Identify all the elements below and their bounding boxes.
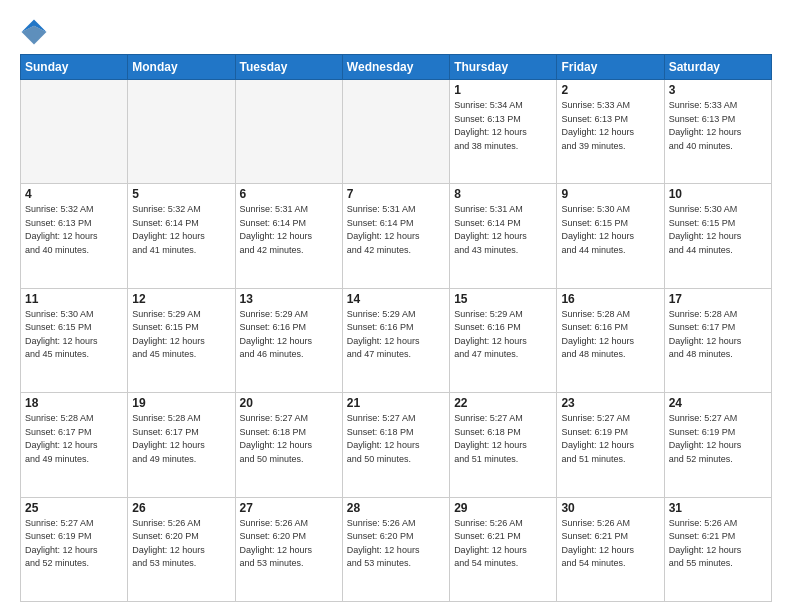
day-info: Sunrise: 5:31 AM Sunset: 6:14 PM Dayligh…: [240, 203, 338, 257]
calendar-cell: 19Sunrise: 5:28 AM Sunset: 6:17 PM Dayli…: [128, 393, 235, 497]
day-info: Sunrise: 5:33 AM Sunset: 6:13 PM Dayligh…: [561, 99, 659, 153]
day-number: 26: [132, 501, 230, 515]
day-number: 18: [25, 396, 123, 410]
day-info: Sunrise: 5:27 AM Sunset: 6:18 PM Dayligh…: [347, 412, 445, 466]
calendar-cell: 6Sunrise: 5:31 AM Sunset: 6:14 PM Daylig…: [235, 184, 342, 288]
day-info: Sunrise: 5:30 AM Sunset: 6:15 PM Dayligh…: [561, 203, 659, 257]
logo-icon: [20, 18, 48, 46]
day-info: Sunrise: 5:27 AM Sunset: 6:19 PM Dayligh…: [25, 517, 123, 571]
calendar-cell: 27Sunrise: 5:26 AM Sunset: 6:20 PM Dayli…: [235, 497, 342, 601]
day-info: Sunrise: 5:33 AM Sunset: 6:13 PM Dayligh…: [669, 99, 767, 153]
calendar-cell: 22Sunrise: 5:27 AM Sunset: 6:18 PM Dayli…: [450, 393, 557, 497]
calendar-cell: 8Sunrise: 5:31 AM Sunset: 6:14 PM Daylig…: [450, 184, 557, 288]
calendar-cell: 21Sunrise: 5:27 AM Sunset: 6:18 PM Dayli…: [342, 393, 449, 497]
day-number: 30: [561, 501, 659, 515]
calendar-cell: 1Sunrise: 5:34 AM Sunset: 6:13 PM Daylig…: [450, 80, 557, 184]
calendar-cell: 14Sunrise: 5:29 AM Sunset: 6:16 PM Dayli…: [342, 288, 449, 392]
day-info: Sunrise: 5:34 AM Sunset: 6:13 PM Dayligh…: [454, 99, 552, 153]
day-info: Sunrise: 5:32 AM Sunset: 6:14 PM Dayligh…: [132, 203, 230, 257]
calendar-cell: 7Sunrise: 5:31 AM Sunset: 6:14 PM Daylig…: [342, 184, 449, 288]
day-info: Sunrise: 5:30 AM Sunset: 6:15 PM Dayligh…: [25, 308, 123, 362]
day-header-friday: Friday: [557, 55, 664, 80]
calendar-table: SundayMondayTuesdayWednesdayThursdayFrid…: [20, 54, 772, 602]
day-number: 23: [561, 396, 659, 410]
page: SundayMondayTuesdayWednesdayThursdayFrid…: [0, 0, 792, 612]
calendar-week-4: 25Sunrise: 5:27 AM Sunset: 6:19 PM Dayli…: [21, 497, 772, 601]
calendar-cell: 20Sunrise: 5:27 AM Sunset: 6:18 PM Dayli…: [235, 393, 342, 497]
calendar-week-0: 1Sunrise: 5:34 AM Sunset: 6:13 PM Daylig…: [21, 80, 772, 184]
day-info: Sunrise: 5:28 AM Sunset: 6:17 PM Dayligh…: [132, 412, 230, 466]
calendar-cell: [21, 80, 128, 184]
day-number: 4: [25, 187, 123, 201]
calendar-cell: 29Sunrise: 5:26 AM Sunset: 6:21 PM Dayli…: [450, 497, 557, 601]
day-number: 19: [132, 396, 230, 410]
calendar-cell: 12Sunrise: 5:29 AM Sunset: 6:15 PM Dayli…: [128, 288, 235, 392]
calendar-cell: 13Sunrise: 5:29 AM Sunset: 6:16 PM Dayli…: [235, 288, 342, 392]
calendar-cell: 30Sunrise: 5:26 AM Sunset: 6:21 PM Dayli…: [557, 497, 664, 601]
day-number: 25: [25, 501, 123, 515]
day-number: 21: [347, 396, 445, 410]
calendar-week-2: 11Sunrise: 5:30 AM Sunset: 6:15 PM Dayli…: [21, 288, 772, 392]
calendar-cell: 15Sunrise: 5:29 AM Sunset: 6:16 PM Dayli…: [450, 288, 557, 392]
day-number: 7: [347, 187, 445, 201]
calendar-cell: [342, 80, 449, 184]
calendar-cell: 17Sunrise: 5:28 AM Sunset: 6:17 PM Dayli…: [664, 288, 771, 392]
header: [20, 18, 772, 46]
day-header-thursday: Thursday: [450, 55, 557, 80]
calendar-cell: 24Sunrise: 5:27 AM Sunset: 6:19 PM Dayli…: [664, 393, 771, 497]
day-number: 28: [347, 501, 445, 515]
day-info: Sunrise: 5:26 AM Sunset: 6:21 PM Dayligh…: [561, 517, 659, 571]
calendar-cell: 31Sunrise: 5:26 AM Sunset: 6:21 PM Dayli…: [664, 497, 771, 601]
calendar-week-1: 4Sunrise: 5:32 AM Sunset: 6:13 PM Daylig…: [21, 184, 772, 288]
day-number: 1: [454, 83, 552, 97]
logo: [20, 18, 54, 46]
calendar-cell: 23Sunrise: 5:27 AM Sunset: 6:19 PM Dayli…: [557, 393, 664, 497]
day-info: Sunrise: 5:29 AM Sunset: 6:15 PM Dayligh…: [132, 308, 230, 362]
day-info: Sunrise: 5:26 AM Sunset: 6:20 PM Dayligh…: [132, 517, 230, 571]
day-info: Sunrise: 5:26 AM Sunset: 6:21 PM Dayligh…: [669, 517, 767, 571]
day-number: 9: [561, 187, 659, 201]
calendar-cell: 25Sunrise: 5:27 AM Sunset: 6:19 PM Dayli…: [21, 497, 128, 601]
day-info: Sunrise: 5:26 AM Sunset: 6:21 PM Dayligh…: [454, 517, 552, 571]
calendar-cell: 18Sunrise: 5:28 AM Sunset: 6:17 PM Dayli…: [21, 393, 128, 497]
day-info: Sunrise: 5:27 AM Sunset: 6:19 PM Dayligh…: [561, 412, 659, 466]
day-info: Sunrise: 5:31 AM Sunset: 6:14 PM Dayligh…: [454, 203, 552, 257]
day-number: 29: [454, 501, 552, 515]
day-info: Sunrise: 5:27 AM Sunset: 6:19 PM Dayligh…: [669, 412, 767, 466]
day-info: Sunrise: 5:26 AM Sunset: 6:20 PM Dayligh…: [347, 517, 445, 571]
day-header-wednesday: Wednesday: [342, 55, 449, 80]
day-number: 10: [669, 187, 767, 201]
calendar-week-3: 18Sunrise: 5:28 AM Sunset: 6:17 PM Dayli…: [21, 393, 772, 497]
day-number: 16: [561, 292, 659, 306]
day-info: Sunrise: 5:29 AM Sunset: 6:16 PM Dayligh…: [240, 308, 338, 362]
day-number: 22: [454, 396, 552, 410]
calendar-cell: 9Sunrise: 5:30 AM Sunset: 6:15 PM Daylig…: [557, 184, 664, 288]
day-info: Sunrise: 5:28 AM Sunset: 6:16 PM Dayligh…: [561, 308, 659, 362]
day-info: Sunrise: 5:27 AM Sunset: 6:18 PM Dayligh…: [454, 412, 552, 466]
calendar-cell: 5Sunrise: 5:32 AM Sunset: 6:14 PM Daylig…: [128, 184, 235, 288]
day-info: Sunrise: 5:30 AM Sunset: 6:15 PM Dayligh…: [669, 203, 767, 257]
day-info: Sunrise: 5:26 AM Sunset: 6:20 PM Dayligh…: [240, 517, 338, 571]
day-info: Sunrise: 5:28 AM Sunset: 6:17 PM Dayligh…: [669, 308, 767, 362]
calendar-cell: [235, 80, 342, 184]
calendar-cell: 16Sunrise: 5:28 AM Sunset: 6:16 PM Dayli…: [557, 288, 664, 392]
day-info: Sunrise: 5:32 AM Sunset: 6:13 PM Dayligh…: [25, 203, 123, 257]
day-info: Sunrise: 5:28 AM Sunset: 6:17 PM Dayligh…: [25, 412, 123, 466]
calendar-cell: 11Sunrise: 5:30 AM Sunset: 6:15 PM Dayli…: [21, 288, 128, 392]
day-header-monday: Monday: [128, 55, 235, 80]
day-info: Sunrise: 5:29 AM Sunset: 6:16 PM Dayligh…: [454, 308, 552, 362]
day-number: 12: [132, 292, 230, 306]
calendar-cell: 28Sunrise: 5:26 AM Sunset: 6:20 PM Dayli…: [342, 497, 449, 601]
day-number: 24: [669, 396, 767, 410]
calendar-header-row: SundayMondayTuesdayWednesdayThursdayFrid…: [21, 55, 772, 80]
calendar-cell: 26Sunrise: 5:26 AM Sunset: 6:20 PM Dayli…: [128, 497, 235, 601]
day-number: 20: [240, 396, 338, 410]
day-number: 17: [669, 292, 767, 306]
day-header-saturday: Saturday: [664, 55, 771, 80]
day-info: Sunrise: 5:29 AM Sunset: 6:16 PM Dayligh…: [347, 308, 445, 362]
calendar-cell: 3Sunrise: 5:33 AM Sunset: 6:13 PM Daylig…: [664, 80, 771, 184]
day-number: 13: [240, 292, 338, 306]
day-number: 15: [454, 292, 552, 306]
day-info: Sunrise: 5:31 AM Sunset: 6:14 PM Dayligh…: [347, 203, 445, 257]
calendar-cell: 2Sunrise: 5:33 AM Sunset: 6:13 PM Daylig…: [557, 80, 664, 184]
